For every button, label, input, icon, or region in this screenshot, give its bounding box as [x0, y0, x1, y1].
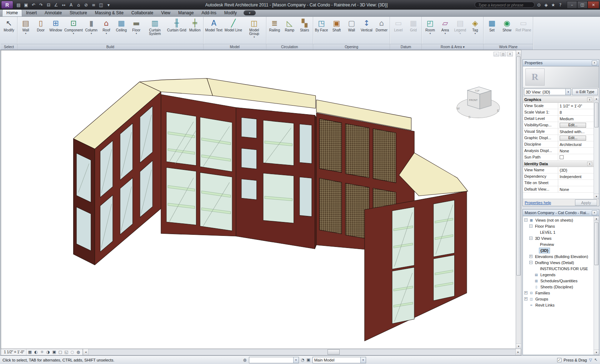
scroll-down-icon[interactable]: ▾: [594, 350, 599, 355]
temporary-hide-icon[interactable]: ◌: [69, 350, 75, 354]
favorites-icon[interactable]: ★: [550, 2, 556, 7]
vertical-button[interactable]: ↕Vertical: [359, 17, 374, 44]
expand-plus-icon[interactable]: +: [529, 255, 532, 258]
tree-item-revit-links[interactable]: ∞Revit Links: [523, 302, 594, 308]
communication-center-icon[interactable]: ◈: [543, 2, 549, 7]
tab-view[interactable]: View: [157, 10, 174, 16]
scrollbar-thumb[interactable]: [328, 349, 340, 355]
open-file-button[interactable]: ▤: [15, 1, 22, 9]
press-drag-checkbox[interactable]: ✓: [557, 358, 561, 362]
chevron-down-icon[interactable]: ▾: [293, 357, 299, 363]
canvas-vertical-scrollbar[interactable]: ▴ ▾: [516, 50, 521, 349]
3d-view-canvas[interactable]: W S E TOP FRONT: [1, 50, 516, 349]
tree-item-groups[interactable]: +◫Groups: [523, 296, 594, 302]
scrollbar-thumb[interactable]: [594, 102, 599, 127]
scroll-up-icon[interactable]: ▴: [516, 50, 521, 55]
wall-button[interactable]: ▤Wall▾: [18, 17, 33, 44]
tab-modify[interactable]: Modify: [220, 10, 241, 16]
search-go-icon[interactable]: ⊙: [536, 2, 542, 7]
apply-button[interactable]: Apply: [575, 199, 597, 206]
shadows-icon[interactable]: ◑: [45, 350, 51, 354]
by-face-button[interactable]: ◳By Face: [314, 17, 329, 44]
roof-button[interactable]: ⌂Roof▾: [99, 17, 114, 44]
drawing-area[interactable]: – ◫ ×: [1, 50, 516, 349]
stairs-button[interactable]: ▚Stairs: [297, 17, 312, 44]
scrollbar-thumb[interactable]: [516, 56, 521, 275]
chevron-down-icon[interactable]: ▾: [360, 357, 366, 363]
expand-minus-icon[interactable]: −: [529, 261, 532, 264]
view-close-button[interactable]: ×: [507, 52, 513, 56]
sun-path-icon[interactable]: ☼: [39, 350, 45, 354]
tree-item-level-1[interactable]: LEVEL 1: [523, 229, 594, 235]
modify-button[interactable]: ↖Modify: [1, 17, 16, 44]
collapse-section-icon[interactable]: ∧: [587, 97, 592, 102]
scroll-up-icon[interactable]: ▴: [594, 96, 599, 101]
tab-manage[interactable]: Manage: [174, 10, 198, 16]
show-button[interactable]: ◉Show: [499, 17, 514, 44]
component-button[interactable]: ⊡Component▾: [63, 17, 84, 44]
view-name-value[interactable]: {3D}: [560, 168, 567, 172]
railing-button[interactable]: ≣Railing: [267, 17, 282, 44]
filter-icon[interactable]: ▽: [589, 358, 592, 362]
select-toggle-icon[interactable]: ↖: [594, 358, 598, 362]
maximize-button[interactable]: ◫: [577, 1, 588, 9]
application-menu-button[interactable]: R: [1, 1, 13, 9]
tree-item-families[interactable]: +⊡Families: [523, 290, 594, 296]
scale-value-1-value[interactable]: 8: [560, 110, 562, 115]
tree-item-legends[interactable]: ▤Legends: [523, 272, 594, 278]
visual-style-icon[interactable]: ◐: [33, 350, 39, 354]
scroll-left-icon[interactable]: ◂: [83, 349, 89, 355]
redo-button[interactable]: ↷: [38, 1, 45, 9]
curtain-system-button[interactable]: ▥Curtain System: [144, 17, 166, 44]
expand-plus-icon[interactable]: +: [524, 297, 528, 300]
search-input[interactable]: [475, 2, 535, 8]
graphic-displ-edit-button[interactable]: Edit...: [560, 136, 586, 141]
browser-scrollbar[interactable]: ▴ ▾: [594, 216, 599, 355]
window-button[interactable]: ⊞Window: [48, 17, 63, 44]
tab-massing-site[interactable]: Massing & Site: [91, 10, 128, 16]
ribbon-state-toggle[interactable]: ▾: [244, 10, 256, 15]
column-button[interactable]: ▮Column▾: [84, 17, 99, 44]
viewcube[interactable]: W S E TOP FRONT: [456, 87, 500, 119]
close-icon[interactable]: ×: [592, 61, 597, 65]
expand-minus-icon[interactable]: −: [529, 237, 532, 240]
save-button[interactable]: ▣: [22, 1, 30, 9]
undo-button[interactable]: ↶: [30, 1, 37, 9]
door-button[interactable]: ▯Door: [33, 17, 48, 44]
visual-style-value[interactable]: Shaded with...: [560, 130, 585, 134]
tree-item-elevations-building-elevation[interactable]: +Elevations (Building Elevation): [523, 253, 594, 259]
tree-item-drafting-views-detail[interactable]: −Drafting Views (Detail): [523, 259, 594, 266]
tree-item-preview[interactable]: Preview: [523, 241, 594, 247]
switch-windows-button[interactable]: ◫: [98, 1, 105, 9]
editable-only-icon[interactable]: ◔: [301, 358, 305, 362]
detail-level-value[interactable]: Medium: [560, 117, 574, 121]
view-restore-button[interactable]: ◫: [500, 52, 506, 56]
expand-minus-icon[interactable]: −: [529, 224, 532, 228]
wall-button[interactable]: ▢Wall: [344, 17, 359, 44]
text-note-button[interactable]: A: [68, 1, 75, 9]
show-crop-icon[interactable]: ◱: [63, 350, 69, 354]
canvas-horizontal-scrollbar[interactable]: [89, 349, 515, 355]
dependency-value[interactable]: Independent: [560, 175, 581, 179]
set-button[interactable]: ▦Set: [484, 17, 499, 44]
area-button[interactable]: ▱Area▾: [438, 17, 452, 44]
type-selector[interactable]: 3D View: {3D} ▾: [524, 89, 571, 95]
tab-add-ins[interactable]: Add-Ins: [198, 10, 220, 16]
expand-minus-icon[interactable]: −: [524, 218, 528, 222]
tree-item-schedules-quantities[interactable]: ▥Schedules/Quantities: [523, 278, 594, 284]
dormer-button[interactable]: ⌂Dormer: [374, 17, 389, 44]
view-scale-value[interactable]: 1 1/2" = 1'-0": [560, 104, 582, 108]
shaft-button[interactable]: ▣Shaft: [329, 17, 344, 44]
tab-home[interactable]: Home: [2, 9, 22, 16]
tab-annotate[interactable]: Annotate: [41, 10, 66, 16]
properties-scrollbar[interactable]: ▴ ▾: [594, 96, 599, 199]
tree-item-views-not-on-sheets[interactable]: −▦Views (not on sheets): [523, 217, 594, 223]
ceiling-button[interactable]: ▦Ceiling: [114, 17, 129, 44]
close-icon[interactable]: ×: [592, 211, 597, 215]
model-group-button[interactable]: ◫Model Group▾: [243, 17, 265, 44]
tree-item-floor-plans[interactable]: −Floor Plans: [523, 223, 594, 229]
crop-view-icon[interactable]: ▢: [57, 350, 63, 354]
rendering-dialog-icon[interactable]: ▣: [51, 350, 57, 354]
edit-type-button[interactable]: ⊞ Edit Type: [572, 89, 598, 95]
scroll-down-icon[interactable]: ▾: [594, 194, 599, 199]
